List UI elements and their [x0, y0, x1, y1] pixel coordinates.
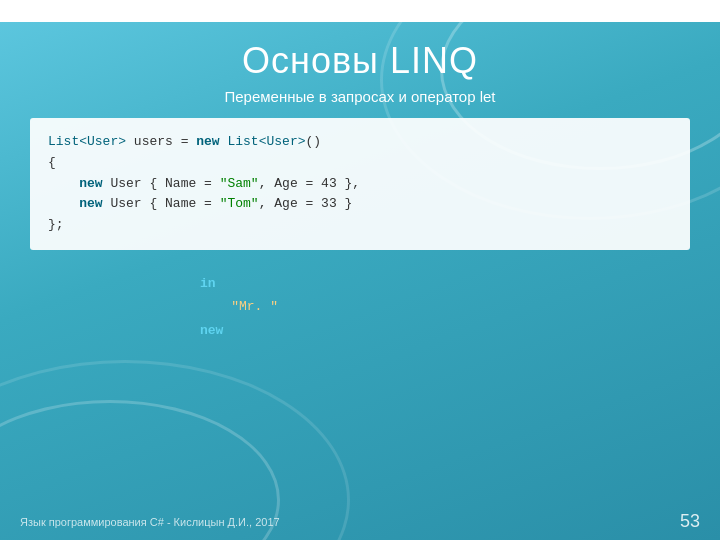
code-line-2: {: [48, 153, 672, 174]
footer: Язык программирования C# - Кислицын Д.И.…: [20, 511, 700, 532]
top-white-bar: [0, 0, 720, 22]
code-line-1: List<User> users = new List<User>(): [48, 132, 672, 153]
subtitle: Переменные в запросах и оператор let: [0, 88, 720, 105]
code-block-top: List<User> users = new List<User>() { ne…: [30, 118, 690, 250]
code-line-4: new User { Name = "Tom", Age = 33 }: [48, 194, 672, 215]
page-number: 53: [680, 511, 700, 532]
slide: Основы LINQ Переменные в запросах и опер…: [0, 0, 720, 540]
code-bottom-line-2: "Mr. ": [200, 295, 690, 318]
code-line-3: new User { Name = "Sam", Age = 43 },: [48, 174, 672, 195]
code-bottom-line-1: in: [200, 272, 690, 295]
title-section: Основы LINQ Переменные в запросах и опер…: [0, 22, 720, 105]
code-line-5: };: [48, 215, 672, 236]
code-bottom-line-3: new: [200, 319, 690, 342]
users-variable: users: [134, 134, 173, 149]
code-block-bottom: in "Mr. " new: [200, 272, 690, 342]
footer-left-text: Язык программирования C# - Кислицын Д.И.…: [20, 516, 280, 528]
main-title: Основы LINQ: [0, 40, 720, 82]
